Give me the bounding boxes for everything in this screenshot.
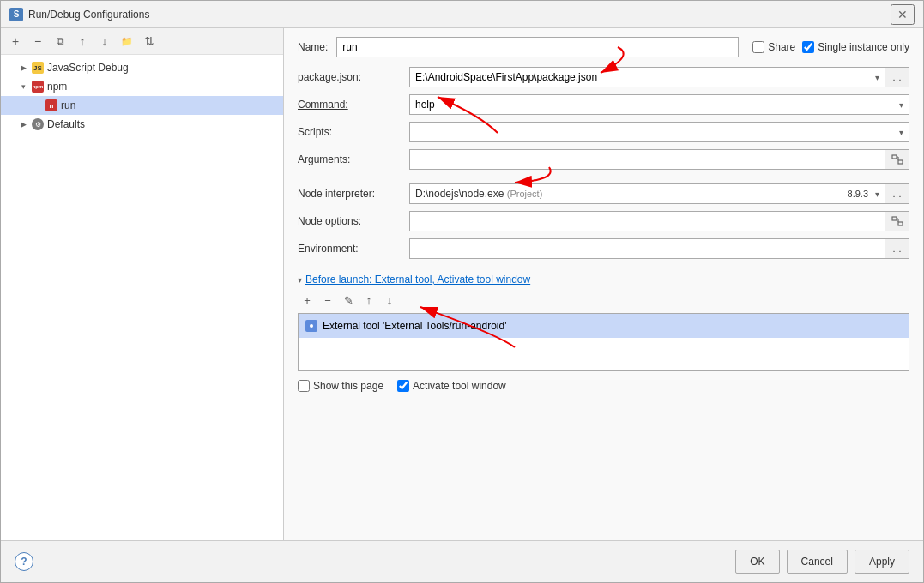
command-value: help — [415, 99, 435, 111]
move-down-launch-button[interactable]: ↓ — [380, 291, 399, 310]
command-dropdown-arrow-icon: ▾ — [899, 100, 903, 110]
before-launch-header[interactable]: ▾ Before launch: External tool, Activate… — [298, 273, 909, 285]
scripts-row: Scripts: ▾ — [298, 121, 909, 143]
expand-icon — [891, 154, 903, 165]
activate-tool-checkbox-label[interactable]: Activate tool window — [397, 380, 506, 392]
environment-field-group: … — [409, 238, 909, 259]
footer-left: ? — [15, 552, 33, 571]
ok-button[interactable]: OK — [735, 550, 779, 574]
node-options-browse-button[interactable] — [885, 211, 909, 231]
tree-item-run[interactable]: ▶ n run — [1, 96, 283, 115]
edit-launch-button[interactable]: ✎ — [339, 291, 358, 310]
svg-rect-5 — [898, 222, 903, 225]
command-field-group: help ▾ — [409, 94, 909, 115]
remove-config-button[interactable]: − — [28, 32, 47, 51]
arguments-browse-button[interactable] — [885, 149, 909, 170]
show-page-checkbox[interactable] — [298, 380, 310, 392]
launch-item-label: External tool 'External Tools/run-androi… — [323, 320, 506, 332]
node-interpreter-arrow-icon: ▾ — [875, 189, 879, 199]
node-interpreter-browse-button[interactable]: … — [885, 183, 909, 204]
node-options-input[interactable] — [409, 211, 885, 231]
launch-list: External tool 'External Tools/run-androi… — [298, 313, 909, 371]
remove-launch-button[interactable]: − — [318, 291, 337, 310]
tree-item-defaults[interactable]: ▶ ⚙ Defaults — [1, 115, 283, 134]
svg-rect-1 — [898, 160, 903, 164]
scripts-dropdown-arrow-icon: ▾ — [899, 128, 903, 137]
add-launch-button[interactable]: + — [298, 291, 317, 310]
run-icon: n — [45, 99, 57, 111]
activate-tool-label-text: Activate tool window — [413, 380, 506, 392]
node-interpreter-row: Node interpreter: D:\nodejs\node.exe (Pr… — [298, 183, 909, 205]
environment-row: Environment: … — [298, 237, 909, 260]
apply-button[interactable]: Apply — [855, 550, 909, 574]
node-interpreter-label: Node interpreter: — [298, 188, 409, 200]
launch-list-item[interactable]: External tool 'External Tools/run-androi… — [299, 314, 909, 338]
footer: ? OK Cancel Apply — [1, 540, 923, 582]
node-interpreter-project: (Project) — [507, 189, 543, 199]
activate-tool-checkbox[interactable] — [397, 380, 409, 392]
before-launch-title: Before launch: External tool, Activate t… — [305, 273, 530, 285]
command-dropdown[interactable]: help ▾ — [409, 94, 909, 115]
checkboxes-area: Share Single instance only — [752, 41, 909, 53]
node-options-row: Node options: — [298, 210, 909, 232]
remove-icon: − — [34, 34, 41, 48]
package-json-label: package.json: — [298, 71, 409, 83]
scripts-label: Scripts: — [298, 126, 409, 138]
sort-button[interactable]: ⇅ — [140, 32, 159, 51]
copy-config-button[interactable]: ⧉ — [51, 32, 69, 51]
single-instance-checkbox-label[interactable]: Single instance only — [802, 41, 909, 53]
js-debug-label: JavaScript Debug — [47, 62, 129, 74]
move-down-button[interactable]: ↓ — [95, 32, 114, 51]
arguments-field-group — [409, 149, 909, 170]
package-json-browse-button[interactable]: … — [885, 67, 909, 87]
share-checkbox-label[interactable]: Share — [752, 41, 795, 53]
environment-label: Environment: — [298, 243, 409, 255]
chevron-down-icon: ▾ — [18, 81, 28, 92]
environment-input[interactable] — [409, 238, 885, 259]
move-up-launch-button[interactable]: ↑ — [359, 291, 378, 310]
dropdown-arrow-icon: ▾ — [875, 73, 879, 82]
tree-item-js-debug[interactable]: ▶ JS JavaScript Debug — [1, 58, 283, 77]
add-config-button[interactable]: + — [6, 32, 25, 51]
external-tool-icon — [305, 320, 317, 332]
name-row: Name: Share Single instance only — [298, 37, 909, 57]
move-up-button[interactable]: ↑ — [73, 32, 92, 51]
arguments-label: Arguments: — [298, 153, 409, 165]
scripts-dropdown[interactable]: ▾ — [409, 122, 909, 142]
before-launch-section: ▾ Before launch: External tool, Activate… — [298, 273, 909, 392]
svg-rect-4 — [892, 217, 897, 220]
left-toolbar: + − ⧉ ↑ ↓ 📁 — [1, 28, 283, 55]
svg-point-9 — [310, 324, 313, 328]
command-label-text: Command: — [298, 99, 348, 111]
footer-right: OK Cancel Apply — [735, 550, 909, 574]
arguments-input[interactable] — [409, 149, 885, 170]
folder-button[interactable]: 📁 — [118, 32, 136, 51]
tree-item-npm[interactable]: ▾ npm npm — [1, 77, 283, 96]
environment-browse-button[interactable]: … — [885, 238, 909, 259]
bottom-options: Show this page Activate tool window — [298, 380, 909, 392]
defaults-label: Defaults — [47, 118, 85, 130]
close-button[interactable]: ✕ — [891, 4, 915, 25]
npm-icon: npm — [32, 81, 44, 93]
node-interpreter-field-group: D:\nodejs\node.exe (Project) 8.9.3 ▾ … — [409, 183, 909, 204]
dialog-title: Run/Debug Configurations — [28, 9, 149, 21]
single-instance-checkbox[interactable] — [802, 41, 814, 53]
js-debug-icon: JS — [32, 62, 44, 74]
help-button[interactable]: ? — [15, 552, 33, 571]
share-checkbox[interactable] — [752, 41, 764, 53]
scripts-field-group: ▾ — [409, 122, 909, 142]
package-json-row: package.json: E:\AndroidSpace\FirstApp\p… — [298, 66, 909, 88]
sort-icon: ⇅ — [144, 34, 154, 48]
tool-icon — [306, 321, 317, 331]
command-row: Command: help ▾ — [298, 93, 909, 116]
arguments-row: Arguments: — [298, 148, 909, 171]
before-launch-toolbar: + − ✎ ↑ ↓ — [298, 291, 909, 310]
package-json-dropdown[interactable]: E:\AndroidSpace\FirstApp\package.json ▾ — [409, 67, 885, 87]
node-options-field-group — [409, 211, 909, 231]
name-input[interactable] — [336, 37, 739, 57]
show-page-checkbox-label[interactable]: Show this page — [298, 380, 383, 392]
cancel-button[interactable]: Cancel — [787, 550, 848, 574]
node-interpreter-dropdown[interactable]: D:\nodejs\node.exe (Project) 8.9.3 ▾ — [409, 183, 885, 204]
copy-icon: ⧉ — [57, 35, 64, 47]
name-label: Name: — [298, 41, 328, 53]
